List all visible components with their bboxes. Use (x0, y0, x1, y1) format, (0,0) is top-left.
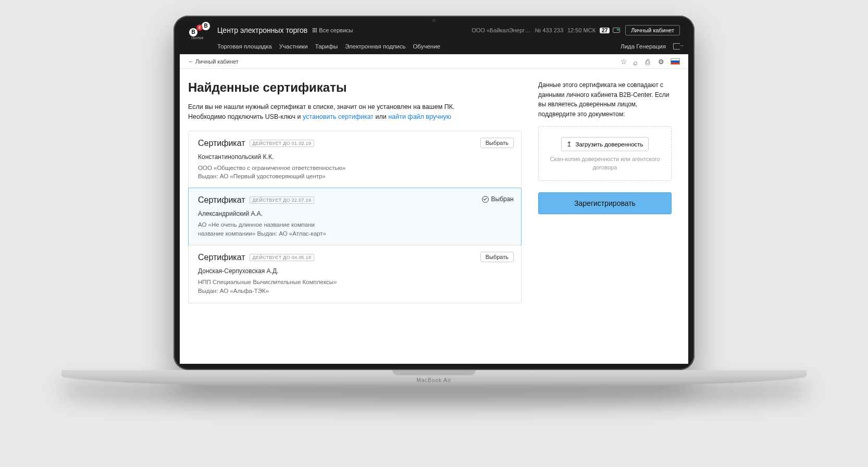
device-label: MacBook Air (61, 377, 807, 383)
app-screen: В В 2 CENTER Центр электронных торгов Вс… (180, 22, 688, 364)
check-icon (482, 196, 489, 203)
intro-text: Если вы не нашли нужный сертификат в спи… (188, 102, 522, 122)
certificate-item[interactable]: Сертификат ДЕЙСТВУЕТ ДО 01.02.19 Констан… (189, 131, 521, 188)
star-icon[interactable] (621, 58, 628, 65)
clock: 12:50 МСК (567, 27, 596, 33)
search-icon[interactable] (633, 58, 640, 65)
select-button[interactable]: Выбрать (480, 138, 514, 148)
find-file-link[interactable]: найти файл вручную (388, 113, 451, 120)
mismatch-notice: Данные этого сертификата не совпадают с … (538, 80, 672, 119)
camera-dot (432, 19, 436, 22)
nav-participants[interactable]: Участники (279, 43, 308, 50)
cert-org: ООО «Общество с ограниченное ответственн… (198, 164, 512, 173)
register-button[interactable]: Зарегистрировать (538, 192, 672, 214)
certificate-item-selected[interactable]: Сертификат ДЕЙСТВУЕТ ДО 22.07.19 Алексан… (188, 188, 522, 245)
cert-org: НПП Специальные Вычислительные Комплексы… (198, 278, 512, 287)
cert-title: Сертификат (198, 253, 245, 262)
upload-button[interactable]: Загрузить доверенность (561, 137, 648, 151)
cert-validity-badge: ДЕЙСТВУЕТ ДО 01.02.19 (250, 140, 315, 147)
all-services-link[interactable]: Все сервисы (313, 27, 353, 33)
certificate-list: Сертификат ДЕЙСТВУЕТ ДО 01.02.19 Констан… (188, 131, 522, 303)
cert-owner: Донская-Серпуховская А.Д. (198, 267, 512, 275)
cert-issuer: Выдан: АО «Первый удостоверяющий центр» (198, 172, 512, 181)
install-cert-link[interactable]: установить сертификат (303, 113, 374, 120)
nav-tariffs[interactable]: Тарифы (315, 43, 338, 50)
cert-issuer: название компании» Выдан: АО «Атлас-карт… (198, 229, 512, 238)
cert-owner: Александрийский А.А. (198, 210, 512, 217)
account-number: № 433 233 (535, 27, 563, 33)
upload-dropzone[interactable]: Загрузить доверенность Скан-копия довере… (538, 126, 672, 181)
messages-icon[interactable] (613, 28, 620, 33)
print-icon[interactable] (646, 58, 653, 65)
cert-validity-badge: ДЕЙСТВУЕТ ДО 04.05.18 (250, 254, 315, 261)
language-flag-ru[interactable] (671, 58, 680, 65)
company-name[interactable]: ООО «БайкалЭнерг… (472, 27, 530, 33)
sub-toolbar: ← Личный кабинет (180, 54, 688, 69)
notifications-badge[interactable]: 27 (600, 28, 610, 33)
page-title: Найденные сертификаты (188, 80, 522, 95)
upload-icon (566, 140, 572, 148)
cert-validity-badge: ДЕЙСТВУЕТ ДО 22.07.19 (250, 196, 315, 204)
cabinet-button[interactable]: Личный кабинет (625, 25, 680, 35)
top-header: В В 2 CENTER Центр электронных торгов Вс… (180, 22, 688, 54)
grid-icon (313, 28, 317, 32)
cert-issuer: Выдан: АО «Альфа-ТЭК» (198, 287, 512, 296)
nav-training[interactable]: Обучение (413, 43, 440, 50)
cert-org: АО «Не очень длинное название компани (198, 220, 512, 229)
nav-esignature[interactable]: Электронная подпись (345, 43, 405, 50)
brand-title: Центр электронных торгов (217, 26, 307, 34)
upload-hint: Скан-копия доверенности или агентского д… (545, 155, 665, 172)
breadcrumb-back[interactable]: ← Личный кабинет (188, 58, 239, 65)
b2b-center-logo[interactable]: В В 2 CENTER (188, 22, 212, 39)
cert-title: Сертификат (198, 139, 245, 148)
user-name[interactable]: Лида Генерация (621, 43, 666, 50)
gear-icon[interactable] (658, 58, 665, 65)
laptop-base: MacBook Air (61, 370, 807, 388)
nav-marketplace[interactable]: Торговая площадка (217, 43, 272, 50)
cert-title: Сертификат (198, 195, 245, 205)
selected-indicator: Выбран (482, 195, 514, 203)
certificate-item[interactable]: Сертификат ДЕЙСТВУЕТ ДО 04.05.18 Донская… (189, 245, 521, 302)
select-button[interactable]: Выбрать (480, 252, 514, 262)
logout-icon[interactable] (673, 43, 680, 50)
cert-owner: Константинопольский К.К. (198, 153, 512, 161)
